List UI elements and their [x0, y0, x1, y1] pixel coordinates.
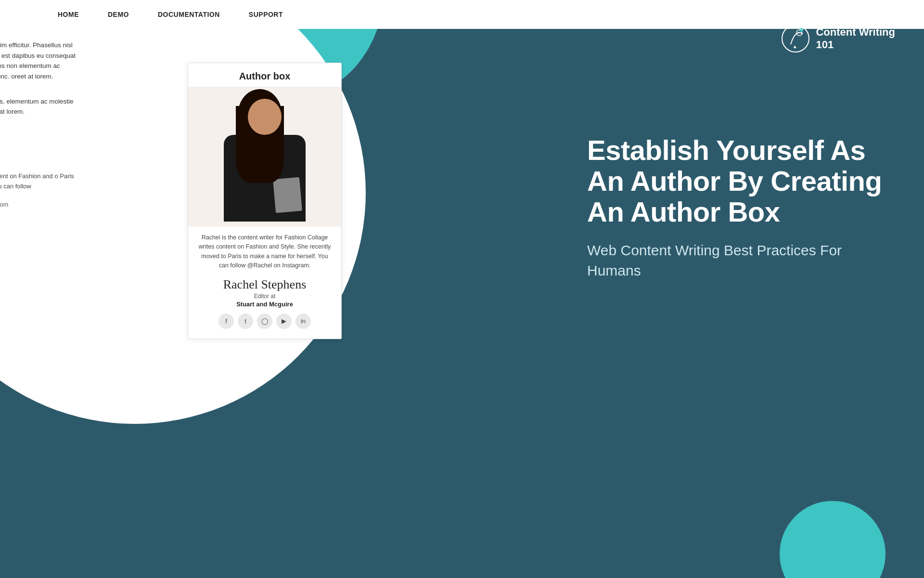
- email-row: biz Email wawabo@yahoo.com: [0, 201, 77, 208]
- social-linkedin-icon[interactable]: in: [295, 314, 311, 329]
- author-clipboard: [273, 177, 302, 213]
- nav-support[interactable]: SUPPORT: [249, 11, 283, 18]
- social-youtube-icon[interactable]: ▶: [276, 314, 292, 329]
- para2: t justo lobortis, quis tempor enim effic…: [0, 40, 77, 81]
- contact-links: CONTACT TWITTER: [0, 131, 77, 139]
- social-twitter-icon[interactable]: t: [238, 314, 253, 329]
- nav-links: HOME DEMO DOCUMENTATION SUPPORT: [58, 11, 283, 18]
- bg-shape-bottom-right: [780, 501, 886, 578]
- right-content: Establish Yourself As An Author By Creat…: [587, 135, 886, 281]
- main-headline: Establish Yourself As An Author By Creat…: [587, 135, 886, 227]
- email-value: wawabo@yahoo.com: [0, 201, 8, 208]
- nav-documentation[interactable]: DOCUMENTATION: [158, 11, 220, 18]
- author-role: Editor at: [188, 293, 341, 300]
- author-figure: [217, 92, 313, 226]
- left-text-content: malesuada. Sed dui augue, venenatis a la…: [0, 0, 87, 243]
- author-box-title: Author box: [188, 63, 341, 87]
- main-subheadline: Web Content Writing Best Practices For H…: [587, 240, 886, 281]
- author-bio-text: Rachel is the content writer for Fashion…: [188, 226, 341, 275]
- logo-area: Content Writing 101: [781, 24, 895, 53]
- para3: ongue libero laoreet. In mi eros, elemen…: [0, 96, 77, 117]
- author-company: Stuart and Mcguire: [188, 301, 341, 308]
- author-image-container: [188, 87, 341, 226]
- bottom-socials: ◯ ▶ in: [0, 215, 77, 228]
- author-mini-bio: for Fashion Collage writes content on Fa…: [0, 171, 77, 192]
- nav-home[interactable]: HOME: [58, 11, 79, 18]
- nav-demo[interactable]: DEMO: [108, 11, 129, 18]
- logo-text: Content Writing 101: [816, 26, 895, 52]
- svg-point-2: [799, 28, 803, 32]
- author-social-icons: f t ◯ ▶ in: [188, 314, 341, 329]
- author-box-card: Author box Rachel is the content writer …: [188, 63, 342, 339]
- author-signature: Rachel Stephens: [188, 277, 341, 292]
- author-tag-row: ENS AUTHOR: [0, 154, 77, 164]
- social-instagram-icon[interactable]: ◯: [257, 314, 272, 329]
- author-head: [248, 99, 282, 135]
- social-facebook-icon[interactable]: f: [218, 314, 234, 329]
- logo-icon: [781, 24, 810, 53]
